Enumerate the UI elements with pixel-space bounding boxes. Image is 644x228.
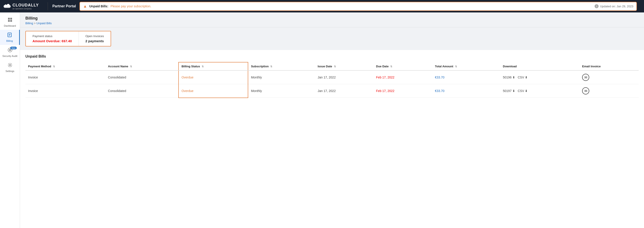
download-pdf-link[interactable]: 50196 ⬇	[503, 76, 515, 79]
cell-billing-status: Overdue	[178, 70, 248, 84]
cell-due-date: Feb 17, 2022	[373, 84, 432, 98]
partner-portal-label: Partner Portal	[52, 4, 76, 8]
summary-card-payment-status: Payment status Amount Overdue: €67.40	[26, 31, 79, 46]
cell-issue-date: Jan 17, 2022	[315, 84, 373, 98]
col-billing-status[interactable]: Billing Status ⇅	[178, 62, 248, 70]
col-subscription[interactable]: Subscription ⇅	[248, 62, 315, 70]
table-row: Invoice Consolidated Overdue Monthly Jan…	[26, 70, 639, 84]
bills-table: Payment Method ⇅ Account Name ⇅ Billing …	[26, 62, 639, 98]
payment-status-value: Amount Overdue: €67.40	[32, 39, 72, 43]
download-csv-link[interactable]: CSV ⬇	[518, 76, 528, 79]
info-circle-icon: i	[594, 4, 598, 8]
svg-rect-10	[9, 35, 10, 36]
sidebar-item-dashboard[interactable]: Dashboard	[0, 15, 20, 30]
sort-due-date-icon: ⇅	[390, 65, 392, 68]
cell-total-amount: €33.70	[432, 84, 500, 98]
svg-point-13	[9, 64, 11, 66]
col-download: Download	[500, 62, 580, 70]
table-row: Invoice Consolidated Overdue Monthly Jan…	[26, 84, 639, 98]
alert-right: i Updated on: Jan 29, 2023	[594, 4, 633, 8]
col-due-date[interactable]: Due Date ⇅	[373, 62, 432, 70]
alert-normal-text: Please pay your subscription.	[111, 4, 151, 8]
logo-brand: CLOUDALLY	[12, 3, 39, 7]
sidebar-item-security-audit[interactable]: New Security Audit	[0, 45, 20, 60]
settings-icon	[8, 63, 12, 69]
svg-rect-4	[10, 18, 12, 19]
open-invoices-value: 2 payments	[86, 39, 104, 43]
breadcrumb-root: Billing	[26, 21, 33, 25]
sort-issue-date-icon: ⇅	[334, 65, 336, 68]
sidebar-dashboard-label: Dashboard	[4, 24, 16, 27]
download-pdf-link[interactable]: 50197 ⬇	[503, 89, 515, 93]
cell-billing-status: Overdue	[178, 84, 248, 98]
cell-download: 50196 ⬇ CSV ⬇	[500, 70, 580, 84]
open-invoices-label: Open Invoices	[86, 34, 104, 38]
content-area: Billing Billing > Unpaid Bills Payment s…	[20, 12, 644, 228]
breadcrumb-child: Unpaid Bills	[36, 21, 52, 25]
sidebar-settings-label: Settings	[6, 70, 14, 72]
svg-rect-5	[8, 20, 10, 22]
cloudally-logo-icon	[4, 3, 11, 10]
billing-icon	[7, 32, 12, 39]
col-total-amount[interactable]: Total Amount ⇅	[432, 62, 500, 70]
col-account-name[interactable]: Account Name ⇅	[105, 62, 178, 70]
sort-total-amount-icon: ⇅	[455, 65, 457, 68]
new-badge: New	[10, 47, 17, 49]
summary-area: Payment status Amount Overdue: €67.40 Op…	[20, 27, 644, 50]
logo-text: CLOUDALLY an opentext company	[12, 3, 39, 10]
page-header: Billing Billing > Unpaid Bills	[20, 12, 644, 27]
sidebar-security-audit-label: Security Audit	[2, 55, 17, 57]
alert-bold-text: Unpaid Bills:	[89, 4, 108, 8]
sidebar-item-billing[interactable]: Billing	[0, 30, 20, 45]
payment-status-label: Payment status	[32, 34, 72, 38]
summary-cards: Payment status Amount Overdue: €67.40 Op…	[26, 31, 111, 46]
cell-email-invoice: ✉	[580, 70, 639, 84]
sidebar-billing-label: Billing	[6, 40, 13, 42]
page-title: Billing	[26, 16, 639, 21]
svg-rect-6	[10, 20, 12, 22]
sort-billing-status-icon: ⇅	[202, 65, 204, 68]
cell-issue-date: Jan 17, 2022	[315, 70, 373, 84]
sidebar-item-settings[interactable]: Settings	[0, 60, 20, 75]
app-container: CLOUDALLY an opentext company Partner Po…	[0, 0, 644, 228]
cell-email-invoice: ✉	[580, 84, 639, 98]
summary-card-open-invoices: Open Invoices 2 payments	[79, 31, 111, 46]
svg-rect-8	[9, 34, 10, 34]
svg-rect-3	[8, 18, 10, 19]
sort-account-name-icon: ⇅	[130, 65, 132, 68]
dashboard-icon	[8, 17, 12, 23]
app-header: CLOUDALLY an opentext company Partner Po…	[0, 0, 644, 12]
cell-payment-method: Invoice	[26, 70, 105, 84]
svg-point-12	[9, 49, 11, 51]
col-email-invoice: Email Invoice	[580, 62, 639, 70]
col-payment-method[interactable]: Payment Method ⇅	[26, 62, 105, 70]
email-invoice-button[interactable]: ✉	[582, 87, 589, 95]
alert-triangle-icon: ▲	[83, 4, 87, 9]
logo-sub: an opentext company	[12, 7, 39, 10]
logo-area: CLOUDALLY an opentext company	[4, 3, 39, 10]
cell-payment-method: Invoice	[26, 84, 105, 98]
updated-text: Updated on: Jan 29, 2023	[600, 5, 633, 8]
table-section: Unpaid Bills Payment Method ⇅ Account Na…	[20, 50, 644, 228]
svg-point-1	[4, 4, 7, 7]
email-invoice-button[interactable]: ✉	[582, 74, 589, 81]
sort-payment-method-icon: ⇅	[53, 65, 55, 68]
unpaid-bills-title: Unpaid Bills	[26, 54, 639, 58]
sort-subscription-icon: ⇅	[270, 65, 272, 68]
svg-point-2	[7, 4, 10, 7]
download-csv-link[interactable]: CSV ⬇	[518, 89, 528, 93]
cell-download: 50197 ⬇ CSV ⬇	[500, 84, 580, 98]
svg-rect-9	[9, 35, 10, 35]
sidebar: Dashboard Billing New	[0, 12, 20, 228]
breadcrumb: Billing > Unpaid Bills	[26, 21, 639, 25]
alert-left: ▲ Unpaid Bills: Please pay your subscrip…	[83, 4, 151, 9]
col-issue-date[interactable]: Issue Date ⇅	[315, 62, 373, 70]
cell-subscription: Monthly	[248, 70, 315, 84]
cell-subscription: Monthly	[248, 84, 315, 98]
main-area: Dashboard Billing New	[0, 12, 644, 228]
cell-account-name: Consolidated	[105, 84, 178, 98]
cell-due-date: Feb 17, 2022	[373, 70, 432, 84]
cell-total-amount: €33.70	[432, 70, 500, 84]
cell-account-name: Consolidated	[105, 70, 178, 84]
alert-banner: ▲ Unpaid Bills: Please pay your subscrip…	[80, 2, 637, 11]
